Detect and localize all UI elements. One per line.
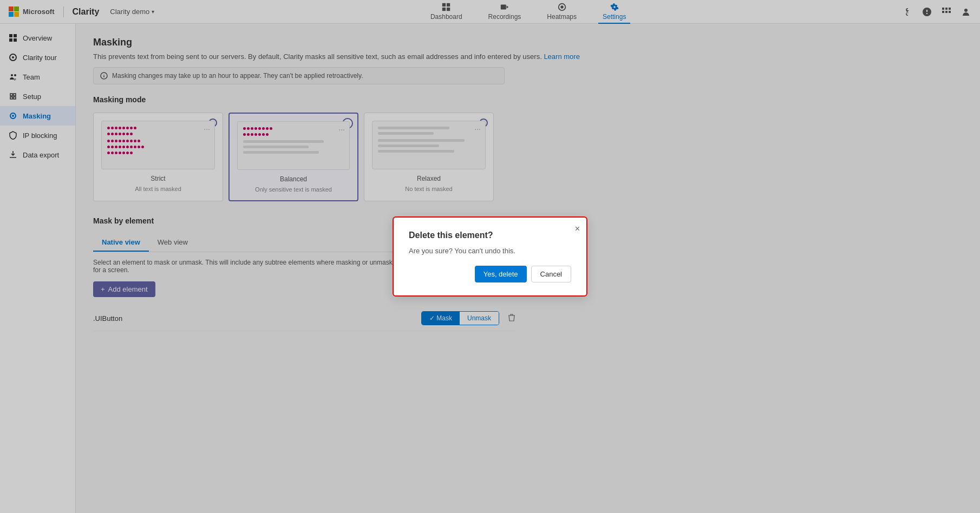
dialog-actions: Yes, delete Cancel bbox=[409, 266, 571, 282]
dialog-body: Are you sure? You can't undo this. bbox=[409, 247, 571, 255]
dialog-close-button[interactable]: × bbox=[575, 224, 580, 234]
delete-dialog: × Delete this element? Are you sure? You… bbox=[393, 216, 587, 297]
modal-overlay[interactable]: × Delete this element? Are you sure? You… bbox=[0, 0, 980, 513]
dialog-title: Delete this element? bbox=[409, 231, 571, 240]
confirm-delete-button[interactable]: Yes, delete bbox=[475, 266, 527, 282]
cancel-delete-button[interactable]: Cancel bbox=[531, 266, 571, 282]
